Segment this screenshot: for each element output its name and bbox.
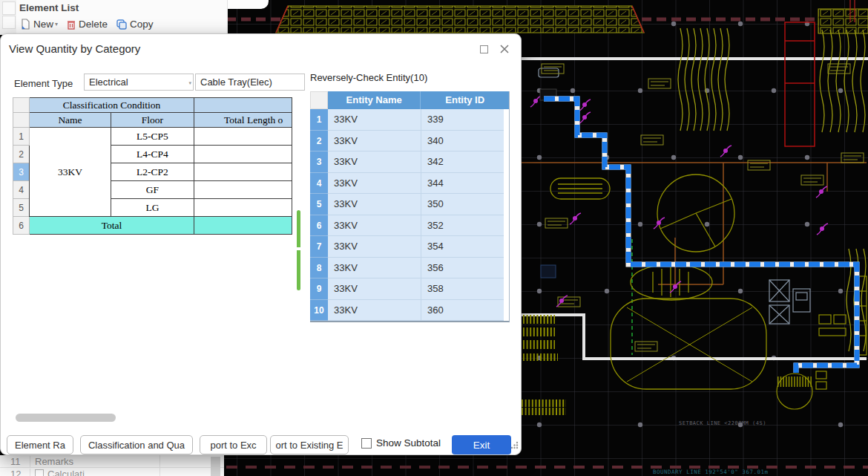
copy-icon [116,19,127,30]
delete-label: Delete [79,19,108,30]
row-number[interactable]: 4 [13,181,30,199]
property-grid-panel: 11 Remarks 12 Calculati [0,455,224,476]
entity-row[interactable]: 3 33KV 342 [310,151,509,173]
floor-cell[interactable]: L5-CP5 [111,128,194,146]
total-row[interactable]: 6 Total [13,217,292,235]
element-subtype-combo[interactable]: Cable Tray(Elec) [195,74,305,91]
app-window: SETBACK LINE <2200MM (4S) BOUNDARY LINE … [0,0,868,476]
export-to-excel-button[interactable]: port to Exc [200,435,267,454]
floor-cell[interactable]: L2-CP2 [111,163,194,181]
trash-icon [67,19,76,30]
new-dropdown-caret-icon[interactable]: ▾ [55,21,58,27]
element-subtype-value: Cable Tray(Elec) [200,76,272,88]
element-list-panel: Element List New ▾ Delete [16,0,228,35]
classification-group-header: Classification Condition [30,98,194,113]
quantity-group-header [194,98,292,113]
delete-button[interactable]: Delete [64,18,111,30]
value-cell[interactable] [194,199,292,217]
entity-row[interactable]: 6 33KV 352 [310,215,509,237]
floor-cell[interactable]: LG [111,199,194,217]
panel-corner [223,0,269,9]
floor-cell[interactable]: L4-CP4 [111,146,194,163]
element-type-label: Element Type [14,78,73,89]
entity-row[interactable]: 9 33KV 358 [310,278,509,300]
classification-quantity-button[interactable]: Classification and Qua [80,435,193,454]
col-header-floor: Floor [111,113,194,128]
entity-row[interactable]: 8 33KV 356 [310,258,509,279]
entity-row[interactable]: 1 33KV 339 [310,109,509,131]
new-file-icon [21,19,30,30]
maximize-icon[interactable] [476,42,491,56]
new-label: New [33,19,53,30]
close-icon[interactable] [497,42,512,56]
view-quantity-dialog: View Quantity by Category Element Type E… [0,33,522,455]
entity-table-header: Entity Name Entity ID [310,91,509,109]
property-scrollbar[interactable] [211,457,220,476]
row-number[interactable]: 2 [13,146,30,163]
boundary-line-label: BOUNDARY LINE 192°54'0" 367.01m [653,469,768,475]
col-header-total-length: Total Length o [194,113,292,128]
col-header-name: Name [30,113,111,128]
entity-row[interactable]: 7 33KV 354 [310,236,509,258]
new-button[interactable]: New ▾ [18,18,61,30]
row-number[interactable]: 6 [13,217,30,235]
property-row-label: Remarks [35,456,73,467]
row-number[interactable]: 5 [13,199,30,217]
property-row-number: 11 [0,456,30,467]
copy-label: Copy [130,19,154,30]
total-label-cell: Total [30,217,194,235]
classification-table[interactable]: Classification Condition Name Floor Tota… [13,97,292,235]
dialog-title: View Quantity by Category [9,42,140,55]
property-row-label: Calculati [47,469,85,476]
horizontal-scrollbar-thumb[interactable] [16,414,116,422]
property-row-number: 12 [0,469,30,476]
splitter-green-bar[interactable] [297,210,300,290]
table-row[interactable]: 1 33KV L5-CP5 [13,128,292,146]
setback-line-label: SETBACK LINE <2200MM (4S) [679,420,766,426]
export-to-existing-excel-button[interactable]: ort to Existing E [270,435,349,454]
floor-cell[interactable]: GF [111,181,194,199]
show-subtotal-checkbox[interactable] [361,438,372,449]
entity-table[interactable]: Entity Name Entity ID 1 33KV 339 2 33KV … [310,91,510,322]
dock-tile[interactable] [2,1,16,15]
corner-cell [310,91,328,109]
row-number[interactable]: 1 [13,128,30,146]
property-row-remarks[interactable]: 11 Remarks [0,455,224,468]
entity-row[interactable]: 4 33KV 344 [310,173,509,195]
calculation-checkbox[interactable] [35,469,44,476]
entity-row[interactable]: 10 33KV 360 [310,300,509,322]
name-cell-merged[interactable]: 33KV [30,128,111,217]
show-subtotal-label: Show Subtotal [376,437,441,449]
left-dock-strip [0,0,16,35]
exit-button[interactable]: Exit [452,435,511,454]
element-range-button[interactable]: Element Ra [7,435,73,454]
value-cell[interactable] [194,181,292,199]
combo-caret-icon: ▾ [188,80,191,86]
dock-tile[interactable] [2,16,16,29]
entity-row[interactable]: 5 33KV 350 [310,194,509,215]
value-cell[interactable] [194,163,292,181]
element-type-value: Electrical [89,76,128,88]
total-value-cell [194,217,292,235]
value-cell[interactable] [194,146,292,163]
entity-row[interactable]: 2 33KV 340 [310,131,509,152]
element-list-title: Element List [19,2,79,13]
resize-grip-icon[interactable] [510,439,519,452]
corner-cell [13,98,30,113]
row-number-selected[interactable]: 3 [13,163,30,181]
element-type-combo[interactable]: Electrical ▾ [84,74,194,91]
show-subtotal-checkbox-group[interactable]: Show Subtotal [361,437,441,449]
reversely-check-title: Reversely-Check Entity(10) [310,72,427,83]
copy-button[interactable]: Copy [114,18,157,30]
col-header-entity-name: Entity Name [328,91,421,109]
value-cell[interactable] [194,128,292,146]
col-header-entity-id: Entity ID [420,91,509,109]
corner-cell [13,113,30,128]
property-row-calculation[interactable]: 12 Calculati [0,468,224,476]
